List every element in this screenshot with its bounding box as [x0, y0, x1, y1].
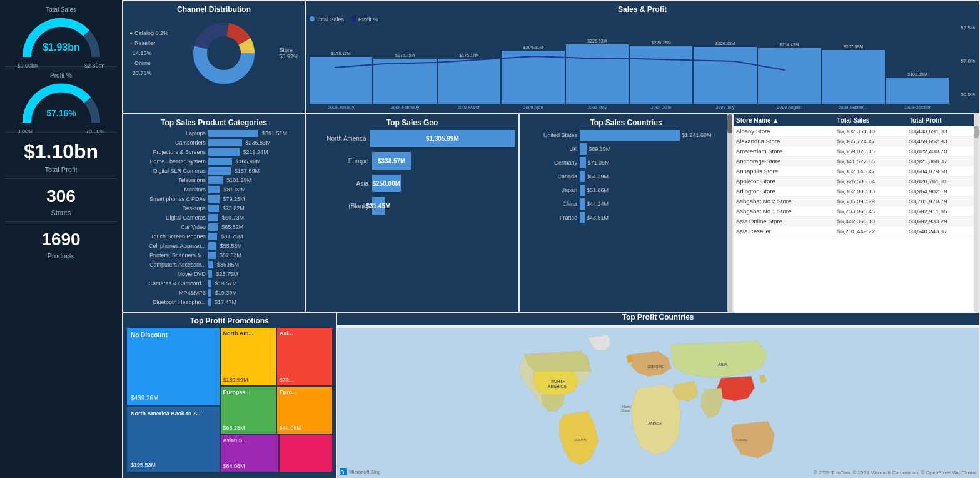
channel-distribution-panel: Channel Distribution ● Catalog 8.2% ● Re…	[123, 1, 305, 113]
bar-apr: $204.81M 2009 April	[502, 45, 564, 109]
country-bar-label: France	[523, 215, 580, 221]
middle-row: Top Sales Product Categories Laptops $35…	[123, 114, 979, 312]
total-sales-max: $2.30bn	[84, 63, 105, 69]
stores-value: 306	[5, 186, 117, 206]
top-sales-product-panel: Top Sales Product Categories Laptops $35…	[123, 114, 305, 312]
profit-max: 70.00%	[86, 128, 105, 135]
profit-min: 0.00%	[18, 128, 34, 135]
table-row: Arlington Store $6,882,080.13 $3,964,902…	[734, 186, 979, 196]
country-bar-value: $64.39M	[587, 173, 609, 180]
top-sales-countries-title: Top Sales Countries	[523, 118, 729, 127]
top-sales-countries-panel: Top Sales Countries United States $1,241…	[520, 114, 732, 312]
product-bar-wrapper: $65.52M	[208, 223, 301, 231]
store-profit-cell: $3,822,430.70	[907, 146, 979, 156]
bar-oct: $102.89M 2009 October	[886, 72, 949, 109]
product-bar-wrapper: $52.53M	[208, 252, 301, 259]
total-sales-min: $0.00bn	[18, 63, 38, 69]
store-profit-cell: $3,459,652.93	[907, 136, 979, 146]
top-row: Channel Distribution ● Catalog 8.2% ● Re…	[123, 1, 979, 113]
donut-chart	[189, 19, 258, 88]
product-bar-label: Projectors & Screens	[127, 149, 208, 155]
product-bar-row: Car Video $65.52M	[127, 223, 301, 231]
product-bar-value: $351.51M	[262, 130, 287, 136]
country-bar	[580, 157, 586, 168]
store-table-body: Albany Store $6,002,351.18 $3,433,691.03…	[734, 126, 979, 236]
country-bar-value: $1,241.60M	[682, 132, 712, 138]
country-bar-label: Germany	[523, 160, 580, 166]
product-bar	[208, 158, 232, 165]
main-content: Channel Distribution ● Catalog 8.2% ● Re…	[122, 0, 980, 478]
table-scrollbar[interactable]	[974, 114, 979, 312]
bing-credit: B Microsoft Bing	[340, 468, 381, 475]
product-bar-wrapper: $17.47M	[208, 298, 301, 306]
product-bar-label: Car Video	[127, 224, 208, 230]
treemap-cell-euro: Euro... $44.05M	[277, 387, 332, 434]
total-profit-label: Total Profit	[5, 166, 117, 173]
svg-text:57.16%: 57.16%	[46, 108, 76, 118]
store-name-cell: Ashgabat No.1 Store	[734, 206, 834, 216]
product-bar-wrapper: $69.73M	[208, 214, 301, 221]
bing-icon: B	[340, 468, 347, 475]
table-row: Asia Reseller $6,201,449.22 $3,540,243.8…	[734, 226, 979, 236]
online-label: ● Online 23.73%	[129, 58, 168, 78]
store-name-cell: Appleton Store	[734, 176, 834, 186]
product-bar	[208, 186, 220, 193]
treemap-cell-small	[280, 435, 332, 472]
product-bar	[208, 261, 213, 268]
svg-text:SOUTH: SOUTH	[575, 438, 587, 442]
treemap-cell-europea: Europea... $65.28M	[221, 387, 276, 434]
store-sales-cell: $6,332,143.47	[834, 166, 906, 176]
product-bar-wrapper: $235.83M	[208, 139, 301, 146]
product-bar	[208, 280, 211, 287]
product-bar-wrapper: $351.51M	[208, 130, 301, 137]
product-bar-wrapper: $19.39M	[208, 289, 301, 297]
table-row: Annapolis Store $6,332,143.47 $3,604,079…	[734, 166, 979, 176]
map-credit-text: © 2023 TomTom, © 2023 Microsoft Corporat…	[814, 470, 976, 475]
bottom-row: Top Profit Promotions No Discount $439.2…	[123, 313, 979, 478]
bar-aug: $214.43M 2009 August	[758, 43, 821, 109]
product-bar-row: Touch Screen Phones $61.75M	[127, 233, 301, 240]
table-scroll-thumb[interactable]	[974, 126, 979, 138]
store-name-cell: Anchorage Store	[734, 156, 834, 166]
product-bar-wrapper: $61.75M	[208, 233, 301, 240]
geo-bar-row: Europe $338.57M	[310, 152, 515, 170]
product-bar-value: $79.25M	[223, 196, 245, 202]
product-bar-label: Movie DVD	[127, 271, 208, 277]
store-sales-cell: $6,841,527.65	[834, 156, 906, 166]
product-bar-label: Computers Accessor...	[127, 262, 208, 268]
product-bar	[208, 223, 218, 231]
country-bar	[580, 185, 585, 196]
product-bar-label: Laptops	[127, 130, 208, 136]
product-bar	[208, 130, 258, 137]
country-bar-label: Canada	[523, 173, 580, 180]
product-bar	[208, 270, 212, 278]
scroll-thumb[interactable]	[727, 114, 732, 133]
product-bar-row: Camcorders $235.83M	[127, 139, 301, 146]
product-bar-value: $36.85M	[217, 262, 239, 268]
scroll-indicator[interactable]	[727, 114, 732, 312]
store-name-cell: Arlington Store	[734, 186, 834, 196]
product-bar-value: $73.62M	[223, 205, 245, 211]
product-bar	[208, 242, 216, 250]
product-bar-row: Digital Cameras $69.73M	[127, 214, 301, 221]
product-bar	[208, 167, 231, 175]
svg-text:AMERICA: AMERICA	[548, 384, 567, 389]
products-kpi: 1690 Products	[5, 227, 117, 260]
total-sales-header: Total Sales	[834, 114, 906, 126]
product-bar-value: $65.52M	[221, 224, 243, 230]
geo-bar: $250.00M	[372, 175, 401, 192]
store-name-cell: Asia Reseller	[734, 226, 834, 236]
product-bar-wrapper: $36.85M	[208, 261, 301, 268]
store-name-cell: Annapolis Store	[734, 166, 834, 176]
profit-title: Profit %	[5, 72, 117, 79]
bar-mar: $175.17M 2009 March	[438, 53, 500, 109]
store-table-panel: Store Name ▲ Total Sales Total Profit Al…	[734, 114, 979, 312]
sales-profit-panel: Sales & Profit Total Sales Profit % 57.5…	[306, 1, 979, 113]
channel-dist-title: Channel Distribution	[127, 5, 301, 14]
store-profit-cell: $3,692,933.29	[907, 216, 979, 226]
store-sales-cell: $6,882,080.13	[834, 186, 906, 196]
product-bar-wrapper: $73.62M	[208, 205, 301, 212]
product-bar-value: $61.75M	[221, 233, 243, 240]
product-bar-row: Cameras & Camcord... $19.57M	[127, 280, 301, 287]
table-row: Asia Online Store $6,442,366.18 $3,692,9…	[734, 216, 979, 226]
